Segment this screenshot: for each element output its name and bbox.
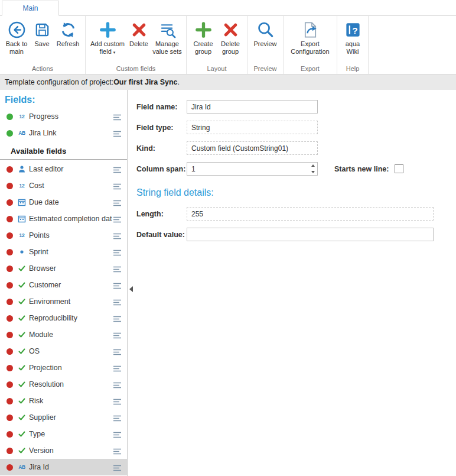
export-configuration-button[interactable]: Export Configuration	[286, 18, 334, 55]
export-configuration-icon	[301, 19, 320, 40]
save-button[interactable]: Save	[30, 18, 54, 48]
column-span-input[interactable]	[187, 162, 318, 176]
field-name-input[interactable]	[187, 100, 318, 114]
save-icon	[33, 19, 51, 40]
delete-group-x-icon	[222, 19, 240, 40]
drag-handle-icon[interactable]	[112, 279, 125, 292]
drag-handle-icon[interactable]	[112, 412, 125, 424]
create-group-button[interactable]: Create group	[190, 18, 217, 55]
length-input[interactable]	[187, 207, 434, 221]
drag-handle-icon[interactable]	[112, 127, 125, 140]
field-item-browser[interactable]: Browser	[0, 260, 127, 277]
status-dot-icon	[6, 464, 13, 471]
field-item-label: Environment	[29, 297, 112, 306]
delete-group-button[interactable]: Delete group	[217, 18, 244, 55]
drag-handle-icon[interactable]	[112, 329, 125, 341]
drag-handle-icon[interactable]	[112, 246, 125, 258]
drag-handle-icon[interactable]	[112, 445, 125, 457]
starts-new-line-label: Starts new line:	[334, 165, 389, 173]
drag-handle-icon[interactable]	[112, 111, 125, 123]
field-item-last-editor[interactable]: Last editor	[0, 161, 127, 177]
drag-handle-icon[interactable]	[112, 296, 125, 308]
add-custom-field-button[interactable]: Add custom field ▾	[89, 18, 126, 56]
button-label: Back to main	[3, 40, 30, 55]
refresh-icon	[59, 19, 77, 40]
drag-handle-icon[interactable]	[112, 362, 125, 374]
config-bar-prefix: Template configuration of project:	[5, 78, 113, 86]
field-item-due-date[interactable]: Due date	[0, 194, 127, 211]
button-label: Delete group	[217, 40, 244, 55]
splitter-collapse-arrow[interactable]	[129, 286, 133, 292]
available-fields-heading: Available fields	[0, 141, 127, 160]
drag-handle-icon[interactable]	[112, 312, 125, 325]
field-item-progress[interactable]: 12Progress	[0, 108, 127, 125]
starts-new-line-checkbox[interactable]	[395, 164, 403, 173]
field-item-module[interactable]: Module	[0, 326, 127, 343]
field-item-label: Version	[29, 446, 112, 455]
svg-text:?: ?	[352, 25, 357, 35]
status-dot-icon	[6, 315, 13, 322]
field-item-reproducibility[interactable]: Reproducibility	[0, 310, 127, 326]
create-group-plus-icon	[194, 19, 213, 40]
field-item-estimated-completion-dat[interactable]: Estimated completion dat	[0, 211, 127, 227]
manage-value-sets-icon	[158, 19, 177, 40]
drag-handle-icon[interactable]	[112, 395, 125, 407]
column-span-spinner[interactable]	[309, 163, 317, 174]
refresh-button[interactable]: Refresh	[54, 18, 82, 48]
drag-handle-icon[interactable]	[112, 428, 125, 441]
button-label: Save	[34, 40, 49, 48]
enum-icon	[17, 380, 27, 388]
field-item-sprint[interactable]: Sprint	[0, 244, 127, 260]
button-label: Manage value sets	[151, 40, 183, 55]
field-item-label: Sprint	[29, 248, 112, 256]
field-item-environment[interactable]: Environment	[0, 293, 127, 310]
spinner-down-icon[interactable]	[311, 171, 315, 173]
field-item-version[interactable]: Version	[0, 442, 127, 459]
tab-main[interactable]: Main	[2, 1, 59, 16]
field-item-jira-id[interactable]: ABJira Id	[0, 459, 127, 475]
kind-input	[187, 141, 318, 155]
field-item-os[interactable]: OS	[0, 343, 127, 360]
field-config-panel: Field name: Field type: Kind: Column spa…	[128, 90, 456, 476]
group-label: Export	[284, 65, 337, 74]
field-item-label: Risk	[29, 397, 112, 405]
aqua-wiki-button[interactable]: ? aqua Wiki	[340, 18, 365, 55]
field-item-projection[interactable]: Projection	[0, 360, 127, 376]
delete-button[interactable]: Delete	[126, 18, 151, 48]
drag-handle-icon[interactable]	[112, 263, 125, 275]
back-to-main-button[interactable]: Back to main	[3, 18, 30, 55]
drag-handle-icon[interactable]	[112, 180, 125, 192]
field-item-label: Type	[29, 430, 112, 438]
sprint-icon	[17, 248, 27, 256]
drag-handle-icon[interactable]	[112, 345, 125, 358]
field-item-supplier[interactable]: Supplier	[0, 409, 127, 426]
number-icon: 12	[17, 183, 27, 189]
status-dot-icon	[6, 130, 13, 137]
drag-handle-icon[interactable]	[112, 461, 125, 474]
drag-handle-icon[interactable]	[112, 196, 125, 209]
field-item-jira-link[interactable]: ABJira Link	[0, 125, 127, 141]
group-label: Help	[337, 65, 368, 74]
manage-value-sets-button[interactable]: Manage value sets	[151, 18, 183, 55]
group-label: Custom fields	[86, 65, 186, 74]
text-icon: AB	[17, 130, 27, 136]
default-value-input[interactable]	[187, 228, 434, 241]
field-item-type[interactable]: Type	[0, 426, 127, 442]
field-item-points[interactable]: 12Points	[0, 227, 127, 244]
field-item-cost[interactable]: 12Cost	[0, 177, 127, 194]
field-item-customer[interactable]: Customer	[0, 277, 127, 293]
drag-handle-icon[interactable]	[112, 378, 125, 391]
field-item-resolution[interactable]: Resolution	[0, 376, 127, 393]
drag-handle-icon[interactable]	[112, 163, 125, 176]
preview-button[interactable]: Preview	[250, 18, 280, 48]
ribbon-group-help: ? aqua Wiki Help	[337, 16, 369, 74]
drag-handle-icon[interactable]	[112, 229, 125, 242]
spinner-up-icon[interactable]	[311, 164, 315, 167]
group-label: Actions	[0, 65, 85, 74]
field-item-label: Browser	[29, 264, 112, 273]
field-item-risk[interactable]: Risk	[0, 393, 127, 409]
field-item-label: Module	[29, 331, 112, 339]
drag-handle-icon[interactable]	[112, 213, 125, 225]
fields-heading: Fields:	[0, 90, 127, 108]
date-icon	[17, 198, 27, 206]
